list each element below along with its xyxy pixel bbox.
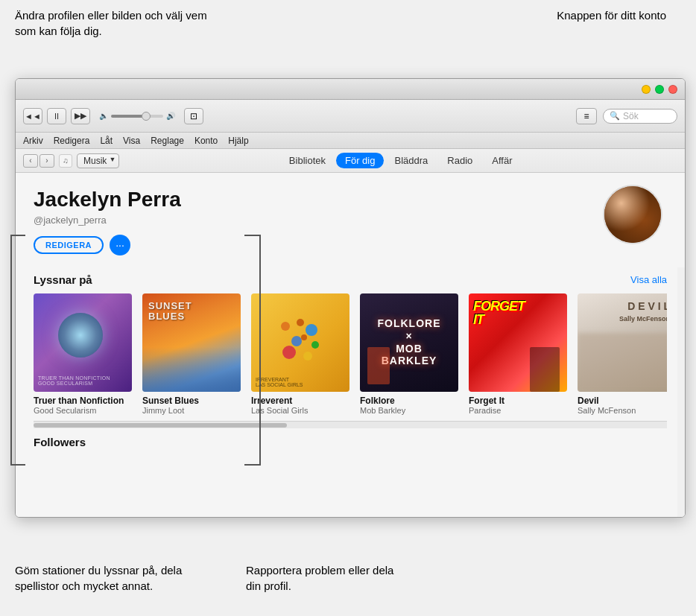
prev-button[interactable]: ◄◄ [23,108,42,124]
menu-bar: Arkiv Redigera Låt Visa Reglage Konto Hj… [16,133,685,149]
album-artist-5: Sally McFenson [578,406,667,415]
minimize-button[interactable] [642,85,651,94]
album-cover-forget: FORGETIT [469,293,567,392]
album-item-4[interactable]: FORGETIT Forget It Paradise [469,293,567,415]
menu-konto[interactable]: Konto [190,134,222,147]
album-cover-sunset: SUNSETBLUES [142,293,241,392]
profile-name: Jackelyn Perra [34,188,667,212]
svg-point-5 [282,346,296,359]
album-cover-devil: D E V I LSally McFenson [578,293,667,392]
nav-arrows: ‹ › [23,154,54,168]
album-artist-2: Las Social Girls [251,406,349,415]
svg-point-2 [306,324,317,336]
list-view-icon: ≡ [583,111,589,121]
album-title-3: Folklore [360,396,458,406]
menu-lat[interactable]: Låt [95,134,117,147]
airplay-icon: ⊡ [190,111,197,121]
itunes-window: ◄◄ II ▶▶ 🔈 🔊 ⊡ ≡ 🔍 Sök [15,78,686,518]
music-note-icon: ♫ [63,156,69,165]
followers-title: Followers [34,436,667,448]
more-button[interactable]: ··· [110,235,130,255]
album-item-0[interactable]: TRUER THAN NONFICTIONGOOD SECULARISM Tru… [34,293,132,415]
cover-label-devil: D E V I LSally McFenson [619,301,667,324]
menu-arkiv[interactable]: Arkiv [19,134,48,147]
svg-point-0 [281,322,290,331]
toolbar: ◄◄ II ▶▶ 🔈 🔊 ⊡ ≡ 🔍 Sök [16,100,685,133]
tab-radio[interactable]: Radio [438,153,481,168]
maximize-button[interactable] [655,85,664,94]
profile-actions: REDIGERA ··· [34,235,667,255]
bracket-left [10,235,12,466]
svg-point-6 [303,352,312,361]
album-artist-0: Good Secularism [34,406,132,415]
album-item-1[interactable]: SUNSETBLUES Sunset Blues Jimmy Loot [142,293,241,415]
forward-button[interactable]: › [39,154,54,168]
annotation-top-left: Ändra profilen eller bilden och välj vem… [15,7,224,39]
albums-row: TRUER THAN NONFICTIONGOOD SECULARISM Tru… [34,293,667,415]
cover-label-truer: TRUER THAN NONFICTIONGOOD SECULARISM [38,375,110,386]
tab-bladdra[interactable]: Bläddra [385,153,437,168]
svg-point-1 [297,319,304,326]
list-view-button[interactable]: ≡ [576,108,597,124]
avatar [603,185,662,244]
annotation-bottom-left: Göm stationer du lyssnar på, dela spelli… [15,562,201,594]
prev-icon: ◄◄ [25,112,41,121]
volume-high-icon: 🔊 [166,112,175,120]
volume-slider[interactable] [111,115,163,118]
section-title: Lyssnar på [34,273,92,286]
pause-button[interactable]: II [47,108,66,124]
cover-label-irrev: IRREVERANTLAS SOCIAL GIRLS [256,377,303,387]
album-title-1: Sunset Blues [142,396,241,406]
menu-redigera[interactable]: Redigera [49,134,95,147]
album-title-0: Truer than Nonfiction [34,396,132,406]
album-title-4: Forget It [469,396,567,406]
airplay-button[interactable]: ⊡ [184,108,203,124]
search-placeholder: Sök [623,111,639,121]
album-title-5: Devil [578,396,667,406]
section-header: Lyssnar på Visa alla [34,273,667,286]
menu-reglage[interactable]: Reglage [146,134,189,147]
annotation-bottom-right: Rapportera problem eller dela din profil… [246,562,395,594]
cover-forget-figure [530,347,560,392]
album-item-5[interactable]: D E V I LSally McFenson Devil Sally McFe… [578,293,667,415]
svg-point-4 [311,341,319,349]
menu-visa[interactable]: Visa [118,134,145,147]
volume-control: 🔈 🔊 [99,112,175,120]
more-icon: ··· [116,240,124,250]
album-title-2: Irreverent [251,396,349,406]
see-all-link[interactable]: Visa alla [630,274,667,285]
edit-button[interactable]: REDIGERA [34,236,104,254]
listening-section: Lyssnar på Visa alla TRUER THAN NONFICTI… [16,267,685,428]
title-bar [16,79,685,100]
pause-icon: II [54,112,59,121]
library-dropdown[interactable]: Musik ▼ [77,153,119,168]
back-button[interactable]: ‹ [23,154,38,168]
album-artist-3: Mob Barkley [360,406,458,415]
cover-label-forget: FORGETIT [473,299,525,326]
album-artist-4: Paradise [469,406,567,415]
h-scrollbar-thumb [34,423,287,428]
album-cover-irreverent: IRREVERANTLAS SOCIAL GIRLS [251,293,349,392]
close-button[interactable] [668,85,677,94]
search-box[interactable]: 🔍 Sök [603,109,677,124]
nav-tabs: Bibliotek För dig Bläddra Radio Affär [124,153,677,168]
tab-affar[interactable]: Affär [483,153,521,168]
cover-sunset-wave [142,347,241,392]
volume-low-icon: 🔈 [99,112,108,120]
toolbar-right: ≡ 🔍 Sök [576,108,677,124]
menu-hjalp[interactable]: Hjälp [224,134,253,147]
music-icon-badge: ♫ [59,154,72,168]
album-item-2[interactable]: IRREVERANTLAS SOCIAL GIRLS Irreverent La… [251,293,349,415]
nav-bar: ‹ › ♫ Musik ▼ Bibliotek För dig Bläddra … [16,149,685,173]
profile-handle: @jackelyn_perra [34,215,667,226]
album-artist-1: Jimmy Loot [142,406,241,415]
dots-pattern [271,311,330,374]
tab-for-dig[interactable]: För dig [336,153,384,168]
next-button[interactable]: ▶▶ [71,108,90,124]
tab-bibliotek[interactable]: Bibliotek [280,153,335,168]
dropdown-arrow-icon: ▼ [109,156,116,163]
horizontal-scrollbar[interactable] [34,421,667,428]
album-item-3[interactable]: FOLKLORE×MOBBARKLEY Folklore Mob Barkley [360,293,458,415]
svg-point-7 [301,334,307,340]
avatar-image [604,186,661,243]
